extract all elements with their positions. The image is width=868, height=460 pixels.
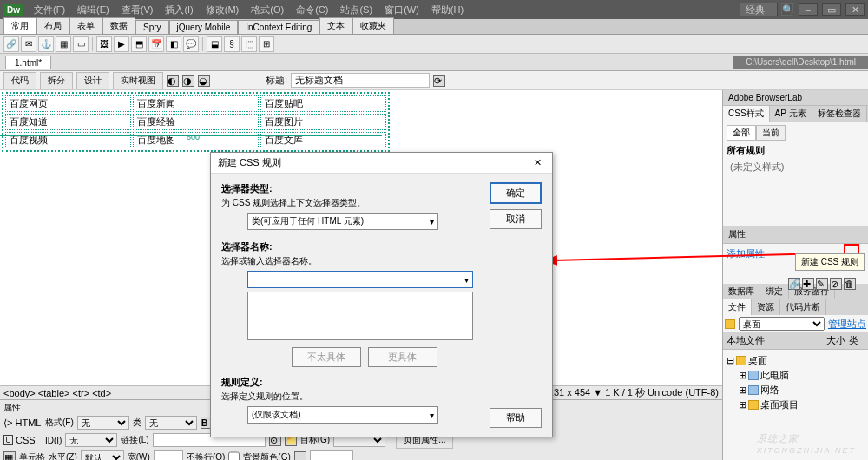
table-row[interactable]: 百度知道百度经验百度图片 xyxy=(5,114,386,130)
document-tab[interactable]: 1.html* xyxy=(5,56,51,69)
tab-css-styles[interactable]: CSS样式 xyxy=(723,106,770,122)
tab-snippets[interactable]: 代码片断 xyxy=(780,299,826,315)
ok-button[interactable]: 确定 xyxy=(490,182,542,204)
view-design-button[interactable]: 设计 xyxy=(76,72,109,89)
disable-icon[interactable]: ⊘ xyxy=(830,278,842,290)
less-specific-button[interactable]: 不太具体 xyxy=(292,347,361,367)
tab-assets[interactable]: 资源 xyxy=(752,299,780,315)
rule-def-hint: 选择定义规则的位置。 xyxy=(221,391,481,403)
menu-modify[interactable]: 修改(M) xyxy=(201,2,245,18)
email-icon[interactable]: ✉ xyxy=(21,36,36,52)
tab-tag-inspector[interactable]: 标签检查器 xyxy=(812,106,867,122)
css-all-tab[interactable]: 全部 xyxy=(727,125,756,141)
edit-icon[interactable]: ✎ xyxy=(816,278,828,290)
properties-panel-title[interactable]: 属性 xyxy=(723,226,868,244)
format-select[interactable]: 无 xyxy=(77,416,129,430)
content-table[interactable]: 百度网页百度新闻百度贴吧 百度知道百度经验百度图片 百度视频百度地图百度文库 xyxy=(2,92,390,152)
tag-breadcrumb[interactable]: <body> <table> <tr> <td> xyxy=(3,388,111,398)
hyperlink-icon[interactable]: 🔗 xyxy=(3,36,19,52)
tab-forms[interactable]: 表单 xyxy=(69,17,102,34)
tree-item-network[interactable]: ⊞网络 xyxy=(727,383,865,398)
head-icon[interactable]: ⬓ xyxy=(207,36,222,52)
menu-insert[interactable]: 插入(I) xyxy=(160,2,198,18)
maximize-button[interactable]: ▭ xyxy=(822,3,841,16)
search-icon[interactable]: 🔍 xyxy=(781,3,793,16)
tab-common[interactable]: 常用 xyxy=(3,17,36,34)
nowrap-check[interactable] xyxy=(228,450,240,460)
browserlab-panel[interactable]: Adobe BrowserLab xyxy=(723,90,868,106)
menu-format[interactable]: 格式(O) xyxy=(246,2,289,18)
manage-site-link[interactable]: 管理站点 xyxy=(828,318,866,331)
tab-text[interactable]: 文本 xyxy=(319,17,352,34)
script-icon[interactable]: § xyxy=(224,36,240,52)
menu-site[interactable]: 站点(S) xyxy=(335,2,378,18)
tab-bindings[interactable]: 绑定 xyxy=(760,284,789,299)
menu-commands[interactable]: 命令(C) xyxy=(291,2,333,18)
menu-window[interactable]: 窗口(W) xyxy=(379,2,424,18)
new-rule-icon[interactable]: ✚ xyxy=(802,278,814,290)
menu-file[interactable]: 文件(F) xyxy=(29,2,70,18)
refresh-icon[interactable]: ⟳ xyxy=(433,75,445,87)
date-icon[interactable]: 📅 xyxy=(148,36,164,52)
image-icon[interactable]: 🖼 xyxy=(96,36,112,52)
rule-def-combo[interactable]: (仅限该文档) xyxy=(247,406,438,424)
delete-icon[interactable]: 🗑 xyxy=(844,278,856,290)
bgcolor-input[interactable] xyxy=(310,450,353,460)
tab-layout[interactable]: 布局 xyxy=(36,17,69,34)
tab-favorites[interactable]: 收藏夹 xyxy=(352,17,394,34)
tab-ap-elements[interactable]: AP 元素 xyxy=(770,106,812,122)
dialog-close-button[interactable]: ✕ xyxy=(530,157,545,168)
tree-item-computer[interactable]: ⊞此电脑 xyxy=(727,368,865,383)
view-code-button[interactable]: 代码 xyxy=(3,72,36,89)
width-input[interactable] xyxy=(154,450,183,460)
close-button[interactable]: ✕ xyxy=(845,3,865,16)
site-select[interactable]: 桌面 xyxy=(739,317,825,331)
css-current-tab[interactable]: 当前 xyxy=(756,125,786,141)
app-logo: Dw xyxy=(3,4,23,16)
template-icon[interactable]: ⬚ xyxy=(241,36,257,52)
layout-preset-dropdown[interactable]: 经典 xyxy=(740,3,778,16)
menu-view[interactable]: 查看(V) xyxy=(116,2,159,18)
col-size[interactable]: 大小 xyxy=(826,334,849,347)
horz-select[interactable]: 默认 xyxy=(81,450,124,460)
comment-icon[interactable]: 💬 xyxy=(183,36,199,52)
minimize-button[interactable]: – xyxy=(799,3,818,16)
col-local-files[interactable]: 本地文件 xyxy=(727,334,826,347)
tab-spry[interactable]: Spry xyxy=(135,20,169,34)
table-row[interactable]: 百度网页百度新闻百度贴吧 xyxy=(5,95,386,112)
tab-incontext[interactable]: InContext Editing xyxy=(238,20,319,34)
tree-item-desktop-items[interactable]: ⊞桌面项目 xyxy=(727,398,865,412)
selector-name-combo[interactable] xyxy=(247,271,473,288)
media-icon[interactable]: ▶ xyxy=(114,36,129,52)
folder-icon xyxy=(736,356,746,365)
anchor-icon[interactable]: ⚓ xyxy=(38,36,54,52)
tree-item-desktop[interactable]: ⊟桌面 xyxy=(727,353,865,368)
live-code-icon[interactable]: ◑ xyxy=(182,75,194,87)
cancel-button[interactable]: 取消 xyxy=(490,209,542,229)
col-type[interactable]: 类 xyxy=(849,334,865,347)
tab-database[interactable]: 数据库 xyxy=(723,284,760,299)
widget-icon[interactable]: ⬒ xyxy=(131,36,147,52)
ssi-icon[interactable]: ◧ xyxy=(166,36,181,52)
more-specific-button[interactable]: 更具体 xyxy=(368,347,437,367)
add-property-link[interactable]: 添加属性 xyxy=(727,248,765,259)
bgcolor-swatch[interactable] xyxy=(294,451,306,460)
div-icon[interactable]: ▭ xyxy=(73,36,89,52)
menu-edit[interactable]: 编辑(E) xyxy=(72,2,115,18)
title-input[interactable] xyxy=(291,73,430,88)
view-live-button[interactable]: 实时视图 xyxy=(113,72,163,89)
tag-icon[interactable]: ⊞ xyxy=(259,36,274,52)
id-select[interactable]: 无 xyxy=(65,433,117,447)
attach-stylesheet-icon[interactable]: 🔗 xyxy=(788,278,800,290)
tab-jquery[interactable]: jQuery Mobile xyxy=(169,20,239,34)
inspect-icon[interactable]: ◐ xyxy=(167,75,179,87)
table-icon[interactable]: ▦ xyxy=(56,36,71,52)
live-view-icon[interactable]: ◒ xyxy=(198,75,210,87)
view-split-button[interactable]: 拆分 xyxy=(40,72,73,89)
help-button[interactable]: 帮助 xyxy=(490,408,542,428)
class-select[interactable]: 无 xyxy=(145,416,197,430)
tab-data[interactable]: 数据 xyxy=(102,17,135,34)
tab-files[interactable]: 文件 xyxy=(723,299,752,315)
menu-help[interactable]: 帮助(H) xyxy=(426,2,469,18)
selector-type-combo[interactable]: 类(可应用于任何 HTML 元素) xyxy=(247,213,438,230)
